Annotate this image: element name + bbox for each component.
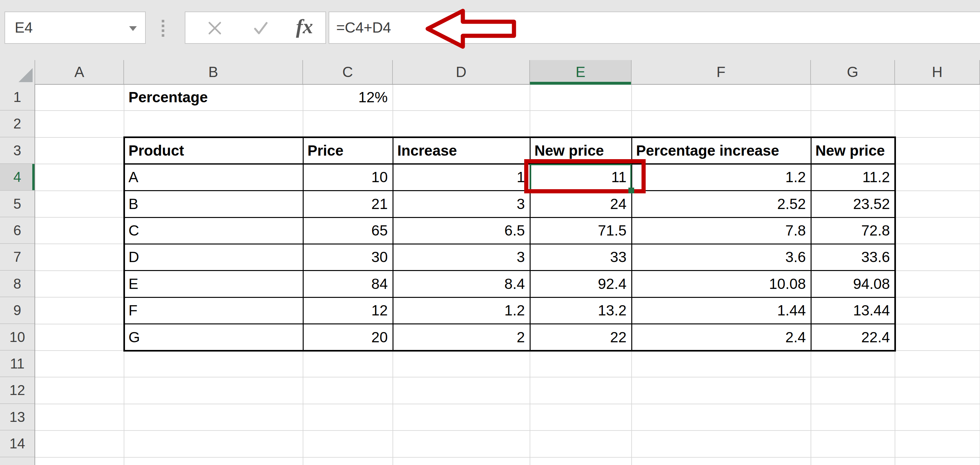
cell-G4[interactable]: 11.2 <box>811 164 895 191</box>
cell-C5[interactable]: 21 <box>303 191 393 217</box>
insert-function-icon[interactable]: fx <box>296 15 313 38</box>
cell-G7[interactable]: 33.6 <box>811 244 895 271</box>
selected-row-accent <box>32 164 35 190</box>
cell-B9[interactable]: F <box>124 297 303 324</box>
gridline-horizontal <box>35 457 980 458</box>
cell-B10[interactable]: G <box>124 324 303 350</box>
select-all-triangle-icon <box>19 68 33 82</box>
cell-G10[interactable]: 22.4 <box>811 324 895 350</box>
annotation-red-box <box>524 159 646 193</box>
cancel-icon[interactable] <box>207 20 223 37</box>
row-header-15[interactable]: 15 <box>0 457 35 465</box>
cell-B7[interactable]: D <box>124 244 303 271</box>
column-header-H[interactable]: H <box>895 60 980 84</box>
row-header-11[interactable]: 11 <box>0 350 35 377</box>
formula-buttons: fx <box>185 11 326 44</box>
cell-F3[interactable]: Percentage increase <box>632 137 811 164</box>
column-header-B[interactable]: B <box>124 60 303 84</box>
cell-B4[interactable]: A <box>124 164 303 191</box>
gridline-horizontal <box>35 430 980 431</box>
cell-D6[interactable]: 6.5 <box>393 217 530 244</box>
gridline-horizontal <box>35 377 980 377</box>
cell-F6[interactable]: 7.8 <box>632 217 811 244</box>
cell-D8[interactable]: 8.4 <box>393 271 530 297</box>
table-border-horizontal <box>123 297 896 298</box>
cell-F8[interactable]: 10.08 <box>632 271 811 297</box>
row-header-5[interactable]: 5 <box>0 191 35 217</box>
cell-D9[interactable]: 1.2 <box>393 297 530 324</box>
row-header-12[interactable]: 12 <box>0 377 35 404</box>
cell-E8[interactable]: 92.4 <box>530 271 632 297</box>
column-header-E[interactable]: E <box>530 60 632 84</box>
cell-D3[interactable]: Increase <box>393 137 530 164</box>
cell-C6[interactable]: 65 <box>303 217 393 244</box>
cell-G6[interactable]: 72.8 <box>811 217 895 244</box>
cell-E6[interactable]: 71.5 <box>530 217 632 244</box>
cell-C9[interactable]: 12 <box>303 297 393 324</box>
drag-handle-dots-icon <box>162 20 165 39</box>
name-box-dropdown-icon[interactable] <box>129 26 137 31</box>
cell-G3[interactable]: New price <box>811 137 895 164</box>
cell-D5[interactable]: 3 <box>393 191 530 217</box>
cell-B5[interactable]: B <box>124 191 303 217</box>
table-border-horizontal <box>123 190 896 191</box>
table-border-horizontal <box>123 217 896 218</box>
row-header-1[interactable]: 1 <box>0 84 35 111</box>
cell-E10[interactable]: 22 <box>530 324 632 350</box>
cell-C3[interactable]: Price <box>303 137 393 164</box>
cell-F7[interactable]: 3.6 <box>632 244 811 271</box>
row-header-9[interactable]: 9 <box>0 297 35 324</box>
cell-C4[interactable]: 10 <box>303 164 393 191</box>
cell-G5[interactable]: 23.52 <box>811 191 895 217</box>
table-border-horizontal <box>123 137 896 138</box>
row-header-14[interactable]: 14 <box>0 430 35 457</box>
cell-B6[interactable]: C <box>124 217 303 244</box>
enter-icon[interactable] <box>253 20 269 37</box>
row-header-6[interactable]: 6 <box>0 217 35 244</box>
column-header-A[interactable]: A <box>35 60 124 84</box>
select-all-corner[interactable] <box>0 60 35 84</box>
cell-C10[interactable]: 20 <box>303 324 393 350</box>
fill-handle[interactable] <box>628 188 634 193</box>
column-header-C[interactable]: C <box>303 60 393 84</box>
cell-D4[interactable]: 1 <box>393 164 530 191</box>
cell-C1[interactable]: 12% <box>303 84 393 111</box>
column-headers: ABCDEFGH <box>0 60 980 85</box>
cell-F10[interactable]: 2.4 <box>632 324 811 350</box>
table-border-horizontal <box>123 350 896 352</box>
cell-B1[interactable]: Percentage <box>124 84 303 111</box>
formula-text: =C4+D4 <box>336 12 391 43</box>
name-box[interactable]: E4 <box>5 11 146 44</box>
cell-F4[interactable]: 1.2 <box>632 164 811 191</box>
column-header-F[interactable]: F <box>632 60 811 84</box>
column-header-G[interactable]: G <box>811 60 895 84</box>
table-border-horizontal <box>123 270 896 271</box>
row-header-8[interactable]: 8 <box>0 271 35 297</box>
cell-E5[interactable]: 24 <box>530 191 632 217</box>
row-header-7[interactable]: 7 <box>0 244 35 271</box>
cell-D10[interactable]: 2 <box>393 324 530 350</box>
cell-F5[interactable]: 2.52 <box>632 191 811 217</box>
selected-column-accent <box>530 82 631 85</box>
cell-C8[interactable]: 84 <box>303 271 393 297</box>
cell-B3[interactable]: Product <box>124 137 303 164</box>
cell-E9[interactable]: 13.2 <box>530 297 632 324</box>
row-header-4[interactable]: 4 <box>0 164 35 191</box>
row-header-10[interactable]: 10 <box>0 324 35 350</box>
cell-G8[interactable]: 94.08 <box>811 271 895 297</box>
cell-D7[interactable]: 3 <box>393 244 530 271</box>
gridline-horizontal <box>35 404 980 404</box>
cell-G9[interactable]: 13.44 <box>811 297 895 324</box>
cell-F9[interactable]: 1.44 <box>632 297 811 324</box>
table-border-horizontal <box>123 163 896 165</box>
row-header-13[interactable]: 13 <box>0 404 35 430</box>
cell-B8[interactable]: E <box>124 271 303 297</box>
row-header-2[interactable]: 2 <box>0 111 35 137</box>
cell-C7[interactable]: 30 <box>303 244 393 271</box>
row-headers: 123456789101112131415 <box>0 84 35 465</box>
row-header-3[interactable]: 3 <box>0 137 35 164</box>
cell-E7[interactable]: 33 <box>530 244 632 271</box>
table-border-horizontal <box>123 323 896 324</box>
column-header-D[interactable]: D <box>393 60 530 84</box>
excel-window: E4 fx =C4+D4 ABCDEFGH Percentage12%Produ… <box>0 0 980 465</box>
